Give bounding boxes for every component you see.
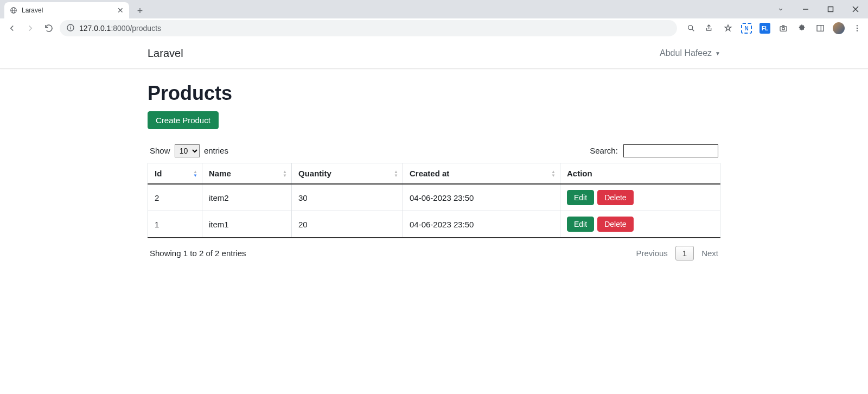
- user-name: Abdul Hafeez: [660, 48, 712, 58]
- table-row: 1 item1 20 04-06-2023 23:50 Edit Delete: [148, 211, 720, 238]
- sort-icon: ▲▼: [551, 170, 556, 177]
- bookmark-star-icon[interactable]: [722, 22, 735, 35]
- datatable-length: Show 10 entries: [150, 144, 228, 157]
- tab-bar: Laravel ✕ +: [0, 0, 868, 18]
- cell-name: item1: [202, 211, 292, 238]
- cell-id: 1: [148, 211, 202, 238]
- sort-icon: ▲▼: [394, 170, 398, 177]
- window-close-button[interactable]: [843, 0, 868, 18]
- svg-rect-14: [817, 26, 824, 31]
- datatable-controls-top: Show 10 entries Search:: [148, 144, 720, 157]
- delete-button[interactable]: Delete: [597, 190, 633, 205]
- globe-icon: [10, 7, 17, 14]
- svg-point-10: [688, 26, 693, 30]
- cell-created-at: 04-06-2023 23:50: [403, 184, 560, 211]
- cell-created-at: 04-06-2023 23:50: [403, 211, 560, 238]
- tab-title: Laravel: [22, 7, 113, 14]
- browser-tab[interactable]: Laravel ✕: [4, 2, 129, 18]
- sort-icon: ▲▼: [193, 170, 197, 177]
- col-name-header[interactable]: Name ▲▼: [202, 163, 292, 185]
- reload-button[interactable]: [41, 21, 56, 36]
- extension-fl-icon[interactable]: FL: [758, 22, 771, 35]
- table-row: 2 item2 30 04-06-2023 23:50 Edit Delete: [148, 184, 720, 211]
- cell-action: Edit Delete: [560, 211, 720, 238]
- svg-line-11: [692, 29, 694, 31]
- browser-menu-icon[interactable]: [851, 22, 864, 35]
- tab-close-icon[interactable]: ✕: [117, 6, 124, 15]
- sort-icon: ▲▼: [283, 170, 287, 177]
- toolbar-icons: N FL: [685, 22, 864, 35]
- length-select[interactable]: 10: [175, 144, 200, 157]
- window-maximize-button[interactable]: [818, 0, 843, 18]
- profile-avatar[interactable]: [832, 22, 845, 35]
- col-id-header[interactable]: Id ▲▼: [148, 163, 202, 185]
- back-button[interactable]: [4, 21, 20, 36]
- length-prefix: Show: [150, 146, 170, 155]
- user-menu-dropdown[interactable]: Abdul Hafeez ▼: [660, 48, 720, 58]
- extensions-puzzle-icon[interactable]: [795, 22, 808, 35]
- pagination-previous[interactable]: Previous: [636, 249, 667, 258]
- cell-action: Edit Delete: [560, 184, 720, 211]
- forward-button[interactable]: [23, 21, 38, 36]
- col-created-at-header[interactable]: Created at ▲▼: [403, 163, 560, 185]
- browser-toolbar: 127.0.0.1:8000/products N FL: [0, 18, 868, 38]
- delete-button[interactable]: Delete: [597, 217, 633, 232]
- datatable-filter: Search:: [590, 144, 718, 157]
- search-icon[interactable]: [685, 22, 698, 35]
- browser-chrome: Laravel ✕ +: [0, 0, 868, 38]
- col-action-header: Action: [560, 163, 720, 185]
- cell-quantity: 30: [292, 184, 403, 211]
- main-container: Products Create Product Show 10 entries …: [141, 69, 727, 274]
- svg-rect-4: [828, 7, 833, 12]
- search-input[interactable]: [623, 144, 718, 157]
- svg-point-9: [70, 26, 71, 27]
- col-quantity-header[interactable]: Quantity ▲▼: [292, 163, 403, 185]
- datatable-controls-bottom: Showing 1 to 2 of 2 entries Previous 1 N…: [148, 246, 720, 260]
- svg-point-13: [782, 27, 785, 30]
- svg-point-18: [857, 30, 858, 31]
- svg-point-16: [857, 25, 858, 26]
- share-icon[interactable]: [703, 22, 716, 35]
- pagination: Previous 1 Next: [636, 246, 718, 260]
- page-viewport: Laravel Abdul Hafeez ▼ Products Create P…: [0, 38, 868, 274]
- extension-n-icon[interactable]: N: [740, 22, 753, 35]
- svg-point-17: [857, 28, 858, 29]
- pagination-page-1[interactable]: 1: [675, 246, 694, 260]
- cell-id: 2: [148, 184, 202, 211]
- caret-down-icon: ▼: [715, 50, 720, 56]
- brand-link[interactable]: Laravel: [148, 47, 183, 60]
- edit-button[interactable]: Edit: [567, 217, 594, 232]
- new-tab-button[interactable]: +: [132, 3, 148, 18]
- page-title: Products: [148, 82, 720, 105]
- cell-quantity: 20: [292, 211, 403, 238]
- edit-button[interactable]: Edit: [567, 190, 594, 205]
- create-product-button[interactable]: Create Product: [148, 111, 219, 129]
- site-info-icon[interactable]: [66, 23, 75, 34]
- products-table: Id ▲▼ Name ▲▼ Quantity ▲▼ Created at ▲▼: [148, 163, 720, 238]
- window-controls: [768, 0, 868, 18]
- datatable-info: Showing 1 to 2 of 2 entries: [150, 249, 246, 258]
- cell-name: item2: [202, 184, 292, 211]
- tab-dropdown-icon[interactable]: [768, 0, 793, 18]
- window-minimize-button[interactable]: [793, 0, 818, 18]
- url-text: 127.0.0.1:8000/products: [79, 24, 161, 33]
- camera-icon[interactable]: [777, 22, 790, 35]
- app-navbar: Laravel Abdul Hafeez ▼: [0, 38, 868, 69]
- search-label: Search:: [590, 146, 618, 155]
- address-bar[interactable]: 127.0.0.1:8000/products: [60, 20, 677, 36]
- pagination-next[interactable]: Next: [701, 249, 718, 258]
- side-panel-icon[interactable]: [814, 22, 827, 35]
- length-suffix: entries: [204, 146, 228, 155]
